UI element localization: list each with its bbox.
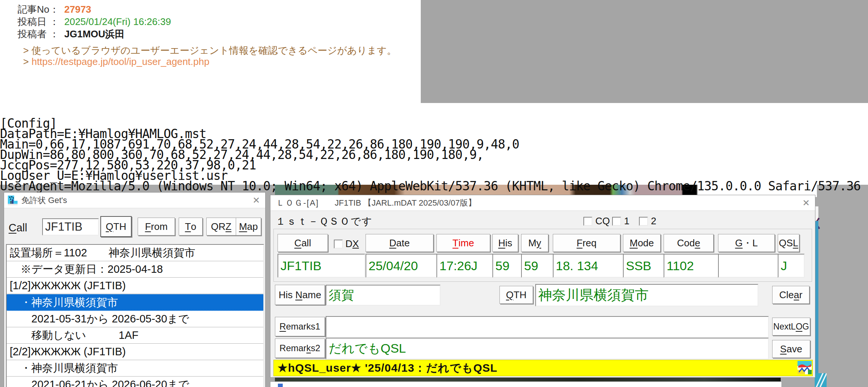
remarks1-button[interactable]: Remarks1 bbox=[275, 317, 325, 336]
his-name-input[interactable]: 須賀 bbox=[326, 285, 441, 306]
field-value-mode[interactable]: SSB bbox=[623, 254, 666, 278]
user-agent-link[interactable]: https://testpage.jp/tool/ip_user_agent.p… bbox=[31, 56, 209, 67]
checkbox-label: 2 bbox=[651, 215, 656, 227]
checkbox-label: CQ bbox=[595, 215, 610, 227]
gets-window-title: 免許状 Get's bbox=[21, 195, 67, 206]
quote-line-2: > https://testpage.jp/tool/ip_user_agent… bbox=[23, 56, 209, 68]
checkbox-box[interactable] bbox=[583, 217, 592, 226]
remarks2-input[interactable]: だれでもQSL bbox=[326, 338, 769, 359]
quote-line-1: > 使っているブラウザのユーザーエージェント情報を確認できるページがあります。 bbox=[23, 44, 397, 57]
gets-button-map[interactable]: Map bbox=[236, 218, 261, 235]
post-number-label: 記事No： bbox=[18, 3, 59, 16]
qth-input[interactable]: 神奈川県横須賀市 bbox=[535, 284, 758, 306]
checkbox-2[interactable]: 2 bbox=[639, 215, 656, 227]
field-header-g-l[interactable]: G・L bbox=[718, 234, 775, 252]
checkbox-label: 1 bbox=[624, 215, 629, 227]
post-author-line: 投稿者 ： JG1MOU浜田 bbox=[18, 28, 125, 41]
license-list-item[interactable]: [2/2]ЖЖЖЖЖ (JF1TIB) bbox=[7, 344, 263, 360]
field-value-his[interactable]: 59 bbox=[492, 254, 523, 278]
window-icon bbox=[278, 384, 283, 387]
hqsl-status-text: ★hQSL_user★ '25/04/13：だれでもQSL bbox=[274, 361, 498, 376]
license-list-item[interactable]: 移動しない 1AF bbox=[7, 327, 263, 344]
call-label: Call bbox=[9, 222, 27, 234]
field-header-my[interactable]: My bbox=[521, 234, 548, 252]
field-value-code[interactable]: 1102 bbox=[664, 254, 719, 278]
clear-button[interactable]: Clear bbox=[772, 286, 809, 304]
qso-field-group: DX CallJF1TIBDate25/04/20Time17:26JHis59… bbox=[273, 229, 812, 282]
first-qso-status: １ｓｔ－ＱＳＯです bbox=[276, 215, 373, 228]
license-list-item[interactable]: ※データ更新日：2025-04-18 bbox=[7, 261, 263, 278]
field-value-time[interactable]: 17:26J bbox=[436, 254, 495, 278]
gets-button-qth[interactable]: QTH bbox=[100, 216, 132, 237]
post-author-value: JG1MOU浜田 bbox=[64, 28, 125, 41]
dx-checkbox-box[interactable] bbox=[334, 240, 343, 249]
log-window: ＬＯＧ-[A] JF1TIB 【JARL.mDAT 2025/03/07版】 ✕… bbox=[270, 195, 815, 378]
license-list-item[interactable]: 2021-05-31から 2026-05-30まで bbox=[7, 311, 263, 327]
gets-button-qrz[interactable]: QRZ bbox=[206, 218, 236, 235]
his-name-button[interactable]: His Name bbox=[275, 285, 325, 305]
screenshot-stage: く 記事No： 27973 投稿日 ： 2025/01/24(Fri) 16:2… bbox=[0, 0, 868, 387]
qth-button[interactable]: QTH bbox=[499, 286, 533, 304]
save-button[interactable]: Save bbox=[772, 340, 810, 358]
post-author-label: 投稿者 ： bbox=[18, 28, 59, 41]
gets-titlebar[interactable]: 免許状 Get's ✕ bbox=[4, 193, 265, 208]
checkbox-box[interactable] bbox=[612, 217, 621, 226]
license-list-item[interactable]: 2021-06-21から 2026-06-20まで bbox=[7, 377, 263, 387]
remarks1-input[interactable] bbox=[326, 316, 769, 338]
post-number-line: 記事No： 27973 bbox=[18, 3, 91, 16]
config-text-block: [Config] DataPath=E:¥Hamlog¥HAMLOG.mst M… bbox=[0, 118, 868, 191]
field-value-my[interactable]: 59 bbox=[521, 254, 554, 278]
gets-button-to[interactable]: To bbox=[179, 218, 203, 235]
license-list-item-selected[interactable]: ・神奈川県横須賀市 bbox=[7, 294, 263, 311]
gets-close-icon[interactable]: ✕ bbox=[253, 193, 260, 208]
checkbox-1[interactable]: 1 bbox=[612, 215, 629, 227]
field-header-time[interactable]: Time bbox=[436, 234, 490, 252]
log-window-subtitle: JF1TIB 【JARL.mDAT 2025/03/07版】 bbox=[335, 197, 476, 209]
license-list[interactable]: 設置場所＝1102 神奈川県横須賀市 ※データ更新日：2025-04-18[1/… bbox=[6, 244, 264, 387]
license-window-icon bbox=[8, 196, 18, 205]
post-date-line: 投稿日 ： 2025/01/24(Fri) 16:26:39 bbox=[18, 15, 171, 28]
hqsl-status-bar: ★hQSL_user★ '25/04/13：だれでもQSL bbox=[273, 360, 813, 376]
checkbox-box[interactable] bbox=[639, 217, 648, 226]
license-gets-window: 免許状 Get's ✕ Call JF1TIB QTHFromToQRZMap … bbox=[4, 192, 266, 387]
field-header-mode[interactable]: Mode bbox=[623, 234, 661, 252]
background-window-edge bbox=[270, 381, 782, 387]
background-wallpaper-corner bbox=[815, 373, 827, 387]
quote-prefix: > bbox=[23, 56, 31, 67]
gets-button-from[interactable]: From bbox=[138, 218, 175, 235]
field-value-call[interactable]: JF1TIB bbox=[278, 254, 365, 278]
nextlog-button[interactable]: NextLOG bbox=[772, 318, 810, 335]
checkbox-cq[interactable]: CQ bbox=[583, 215, 610, 227]
field-value-freq[interactable]: 18. 134 bbox=[553, 254, 626, 278]
log-window-title: ＬＯＧ-[A] bbox=[276, 197, 319, 209]
call-input[interactable]: JF1TIB bbox=[42, 218, 99, 235]
license-list-item[interactable]: [1/2]ЖЖЖЖЖ (JF1TIB) bbox=[7, 278, 263, 294]
license-list-item[interactable]: 設置場所＝1102 神奈川県横須賀市 bbox=[7, 245, 263, 261]
field-header-qsl[interactable]: QSL bbox=[778, 234, 799, 252]
post-date-label: 投稿日 ： bbox=[18, 15, 59, 28]
background-gray-block bbox=[421, 0, 868, 103]
field-header-call[interactable]: Call bbox=[278, 234, 328, 252]
post-date-value: 2025/01/24(Fri) 16:26:39 bbox=[64, 16, 171, 28]
remarks2-button[interactable]: Remarks2 bbox=[275, 338, 325, 358]
log-titlebar[interactable]: ＬＯＧ-[A] JF1TIB 【JARL.mDAT 2025/03/07版】 ✕ bbox=[270, 195, 815, 211]
hqsl-icon bbox=[798, 361, 812, 374]
dx-checkbox[interactable]: DX bbox=[334, 238, 359, 250]
field-header-date[interactable]: Date bbox=[366, 234, 433, 252]
field-header-freq[interactable]: Freq bbox=[553, 234, 620, 252]
field-value-qsl[interactable]: J bbox=[778, 254, 805, 278]
field-header-code[interactable]: Code bbox=[664, 234, 714, 252]
field-value-date[interactable]: 25/04/20 bbox=[366, 254, 439, 278]
log-close-icon[interactable]: ✕ bbox=[802, 195, 810, 210]
post-number-value: 27973 bbox=[64, 4, 91, 15]
field-header-his[interactable]: His bbox=[492, 234, 518, 252]
field-value-g-l[interactable] bbox=[718, 254, 780, 278]
dx-checkbox-label: DX bbox=[345, 238, 359, 250]
license-list-item[interactable]: ・神奈川県横須賀市 bbox=[7, 360, 263, 377]
